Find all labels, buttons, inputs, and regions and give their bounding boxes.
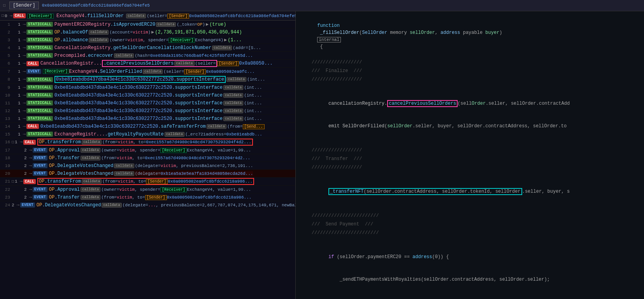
params-16: (from=victim, to=0xec1557a67d4980c948cd4… [102, 140, 251, 144]
trace-row-10: 10 1 → STATICCALL 0xbe81eabdbd437dba43e4… [0, 91, 295, 99]
depth-14: 1 [18, 124, 21, 129]
arrow-21: → [20, 179, 23, 184]
arrow-result-2: ▶ [151, 29, 154, 35]
badge-16: CALL [23, 140, 36, 145]
expand-icon[interactable]: □ [3, 4, 5, 8]
params-4: (addr=[S... [233, 46, 261, 50]
params-20: (delegate=0xb1ea5a3e5ea7fa1834d48058ecda… [135, 171, 253, 176]
method-9: .supportsInterface [172, 85, 223, 90]
params-2: (account=victim) [109, 30, 151, 35]
arrow-12: → [23, 108, 26, 114]
trace-row-2: 2 1 → STATICCALL OP.balanceOf calldata (… [0, 28, 295, 36]
contract-8: 0xbe81eabdbd437dba43e4c1c330c63022772c25… [56, 77, 174, 82]
code-line-5 [300, 84, 639, 92]
calldata-19[interactable]: calldata [114, 164, 134, 168]
calldata-5[interactable]: calldata [114, 53, 134, 58]
depth-23: 2 [24, 195, 27, 200]
sender-address: 0x0a0805082ea0fc8bfdcc6218a986efda6704ef… [42, 3, 150, 8]
method-6: .cancelPreviousSellOrders [104, 61, 174, 66]
calldata-23[interactable]: calldata [81, 195, 100, 200]
result-1: (true) [209, 22, 226, 27]
calldata-15[interactable]: calldata [165, 132, 184, 137]
method-2: .balanceOf [60, 30, 88, 35]
method-24: .DelegateVotesChanged [42, 202, 101, 208]
code-line-6: cancellationRegistry.cancelPreviousSellO… [300, 92, 639, 115]
arrow-1: → [23, 22, 26, 27]
trace-row-13: 13 1 → STATICCALL 0xbe81eabdbd437dba43e4… [0, 115, 295, 123]
params-13: (int... [244, 116, 262, 121]
code-line-20: _sendETHPaymentsWithRoyalties(sellOrder.… [300, 268, 639, 291]
arrow-19: → [29, 163, 32, 169]
badge-10: STATICCALL [26, 93, 53, 98]
trace-row-6: 6 1 → CALL CancellationRegistr... .cance… [0, 60, 295, 68]
trace-row-5: 5 1 → STATICCALL Precompiled.ecrecover c… [0, 52, 295, 60]
code-line-12 [300, 172, 639, 180]
calldata-12[interactable]: calldata [223, 109, 243, 113]
trace-row-15: 15 1 → STATICCALL ExchangeRegistr....get… [0, 130, 295, 138]
calldata-10[interactable]: calldata [223, 93, 243, 98]
calldata-11[interactable]: calldata [223, 101, 243, 106]
method-3: .allowance [60, 37, 88, 43]
line-22: 22 [2, 187, 10, 192]
left-panel[interactable]: □ 0 → CALL [Receiver] ExchangeV4.fillSel… [0, 11, 296, 299]
calldata-17[interactable]: calldata [81, 148, 100, 153]
depth-16: 1 [15, 140, 18, 144]
arrow-6: → [23, 61, 26, 66]
expand-icon-16[interactable]: □ [12, 140, 14, 144]
code-line-18 [300, 237, 639, 246]
calldata-1[interactable]: calldata [156, 22, 176, 27]
calldata-3[interactable]: calldata [89, 38, 109, 42]
calldata-4[interactable]: calldata [212, 46, 232, 50]
code-line-17: //////////////////////// [300, 229, 639, 237]
depth-4: 1 [18, 46, 21, 50]
line-2: 2 [2, 30, 10, 35]
expand-icon-21[interactable]: □ [12, 179, 14, 184]
code-line-16: /// Send Payment /// [300, 220, 639, 229]
calldata-9[interactable]: calldata [223, 85, 243, 90]
badge-4: STATICCALL [26, 45, 53, 50]
calldata-8[interactable]: calldata [226, 77, 246, 82]
calldata-0[interactable]: calldata [126, 14, 146, 18]
contract-13: 0xbe81eabdbd437dba43e4c1c330c63022772c25… [54, 116, 172, 121]
code-line-2: ////////////////// [300, 58, 639, 67]
calldata-7[interactable]: calldata [143, 69, 163, 74]
calldata-21[interactable]: calldata [82, 179, 102, 184]
calldata-6[interactable]: calldata [174, 61, 194, 66]
line-3: 3 [2, 38, 10, 42]
depth-2: 1 [18, 30, 21, 35]
trace-row-9: 9 1 → STATICCALL 0xbe81eabdbd437dba43e4c… [0, 84, 295, 91]
calldata-2[interactable]: calldata [89, 30, 109, 35]
code-line-19: if (sellOrder.paymentERC20 == address(0)… [300, 246, 639, 268]
sender-badge: [Sender] [9, 2, 39, 9]
params-0: (seller=[Sender]0x0a0805082ea0fc8bfdcc62… [147, 14, 295, 18]
arrow-5: → [23, 53, 26, 58]
calldata-16[interactable]: calldata [82, 140, 102, 144]
code-line-7: emit SellOrderFilled(sellOrder.seller, b… [300, 115, 639, 137]
depth-6: 1 [18, 61, 21, 66]
trace-row-16: 16 □ 1 → CALL OP.transferFrom calldata (… [0, 138, 295, 146]
params-3: (owner=victim, spender=[Receiver]Exchang… [109, 38, 223, 42]
line-11: 11 [2, 101, 10, 106]
params-24: (delegate=..., previousBalance=2,667,787… [123, 203, 295, 208]
arrow-result-1: ▶ [206, 21, 209, 27]
contract-20: OP [49, 171, 54, 176]
params-21: (from=victim, to=[Sender]0x0a0805082ea0f… [102, 179, 253, 184]
trace-row-14: 14 1 → CALL 0xbe81eabdbd437cba43e4c1c330… [0, 123, 295, 130]
trace-row-4: 4 1 → STATICCALL CancellationRegistry.ge… [0, 44, 295, 52]
params-5: (hash=0xe658da3195c766dba0f4c425f8bfd7fe… [135, 53, 253, 58]
depth-1: 1 [18, 22, 21, 27]
contract-21: OP [39, 179, 44, 184]
method-16: .transferFrom [44, 139, 81, 145]
calldata-24[interactable]: calldata [102, 203, 121, 208]
expand-icon-0[interactable]: □ [2, 14, 4, 18]
contract-18: OP [49, 155, 54, 161]
arrow-15: → [23, 132, 26, 137]
right-panel: function _fillSellOrder(SellOrder memory… [296, 11, 644, 299]
calldata-22[interactable]: calldata [81, 187, 100, 192]
calldata-13[interactable]: calldata [223, 116, 243, 121]
calldata-18[interactable]: calldata [81, 156, 100, 160]
arrow-2: → [23, 30, 26, 35]
calldata-20[interactable]: calldata [114, 171, 134, 176]
calldata-14[interactable]: calldata [207, 124, 226, 129]
arrow-4: → [23, 45, 26, 51]
